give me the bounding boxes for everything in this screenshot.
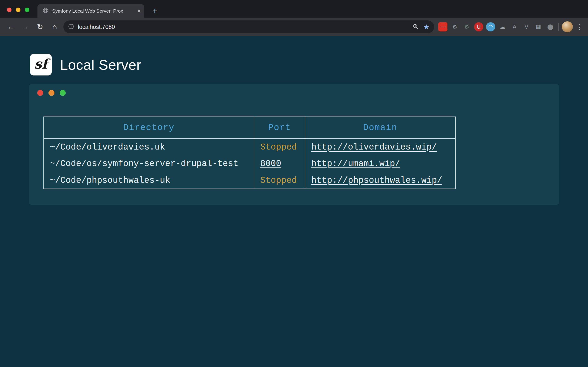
extension-red-dots-icon[interactable]: ⋯ <box>438 22 447 31</box>
extension-a-icon[interactable]: A <box>510 22 519 31</box>
table-row: ~/Code/os/symfony-server-drupal-test8000… <box>44 155 456 172</box>
address-bar[interactable]: localhost:7080 ★ <box>63 20 434 33</box>
panel-red-dot <box>37 90 43 96</box>
table-row: ~/Code/phpsouthwales-ukStoppedhttp://php… <box>44 172 456 189</box>
site-info-icon[interactable] <box>68 23 74 31</box>
forward-button[interactable]: → <box>19 20 32 33</box>
reload-button[interactable]: ↻ <box>34 20 46 33</box>
panel-orange-dot <box>48 90 54 96</box>
port-status: Stopped <box>260 175 297 185</box>
extension-v-icon[interactable]: V <box>522 22 531 31</box>
header-domain: Domain <box>305 117 456 139</box>
url-text: localhost:7080 <box>78 24 413 30</box>
tab-strip: Symfony Local Web Server: Prox × + <box>0 0 588 18</box>
page-body: sf Local Server Directory Port Domain ~/… <box>0 36 588 367</box>
domain-cell: http://umami.wip/ <box>305 155 456 172</box>
home-button[interactable]: ⌂ <box>48 20 61 33</box>
page-title: Local Server <box>60 57 141 73</box>
window-minimize-button[interactable] <box>16 8 20 12</box>
toolbar-separator <box>558 23 559 31</box>
port-cell: Stopped <box>254 172 305 189</box>
directory-cell: ~/Code/oliverdavies.uk <box>44 139 254 155</box>
domain-cell: http://oliverdavies.wip/ <box>305 139 456 155</box>
server-panel: Directory Port Domain ~/Code/oliverdavie… <box>29 84 559 205</box>
bookmark-star-icon[interactable]: ★ <box>423 23 430 31</box>
extension-octocat-icon[interactable]: ⬤ <box>546 22 555 31</box>
port-cell: Stopped <box>254 139 305 155</box>
domain-cell: http://phpsouthwales.wip/ <box>305 172 456 189</box>
browser-tab[interactable]: Symfony Local Web Server: Prox × <box>37 4 144 18</box>
zoom-icon[interactable] <box>413 23 419 31</box>
directory-cell: ~/Code/os/symfony-server-drupal-test <box>44 155 254 172</box>
window-zoom-button[interactable] <box>25 8 29 12</box>
servers-table: Directory Port Domain ~/Code/oliverdavie… <box>43 117 456 189</box>
header-port: Port <box>254 117 305 139</box>
window-controls <box>7 8 29 12</box>
profile-avatar[interactable] <box>562 21 573 32</box>
domain-link[interactable]: http://oliverdavies.wip/ <box>311 142 437 152</box>
tab-title: Symfony Local Web Server: Prox <box>52 8 136 14</box>
browser-menu-icon[interactable]: ⋮ <box>575 21 584 32</box>
panel-green-dot <box>60 90 66 96</box>
extension-ublock-icon[interactable]: U <box>474 22 483 31</box>
extension-gear-icon[interactable]: ⚙ <box>450 22 459 31</box>
brand-header: sf Local Server <box>30 54 141 75</box>
extension-gear-dark-icon[interactable]: ⚙ <box>462 22 471 31</box>
extensions-bar: ⋯⚙⚙U◠☁AV▦⬤ <box>438 22 555 31</box>
nav-button-group: ← → ↻ ⌂ <box>4 20 61 33</box>
port-link[interactable]: 8000 <box>260 159 281 169</box>
port-status: Stopped <box>260 142 297 152</box>
symfony-logo: sf <box>30 54 52 75</box>
back-button[interactable]: ← <box>4 20 17 33</box>
port-cell: 8000 <box>254 155 305 172</box>
table-row: ~/Code/oliverdavies.ukStoppedhttp://oliv… <box>44 139 456 155</box>
tab-favicon-globe-icon <box>43 7 49 15</box>
tab-close-icon[interactable]: × <box>137 8 141 14</box>
new-tab-button[interactable]: + <box>150 6 160 16</box>
panel-window-dots <box>37 90 66 96</box>
header-directory: Directory <box>44 117 254 139</box>
extension-compass-icon[interactable]: ◠ <box>486 22 495 31</box>
domain-link[interactable]: http://umami.wip/ <box>311 159 400 169</box>
extension-grid-icon[interactable]: ▦ <box>534 22 543 31</box>
servers-table-body: ~/Code/oliverdavies.ukStoppedhttp://oliv… <box>44 139 456 189</box>
directory-cell: ~/Code/phpsouthwales-uk <box>44 172 254 189</box>
extension-cloud-icon[interactable]: ☁ <box>498 22 507 31</box>
domain-link[interactable]: http://phpsouthwales.wip/ <box>311 175 442 185</box>
window-close-button[interactable] <box>7 8 11 12</box>
table-header-row: Directory Port Domain <box>44 117 456 139</box>
browser-toolbar: ← → ↻ ⌂ localhost:7080 ★ ⋯⚙⚙U◠☁AV▦⬤ ⋮ <box>0 18 588 36</box>
